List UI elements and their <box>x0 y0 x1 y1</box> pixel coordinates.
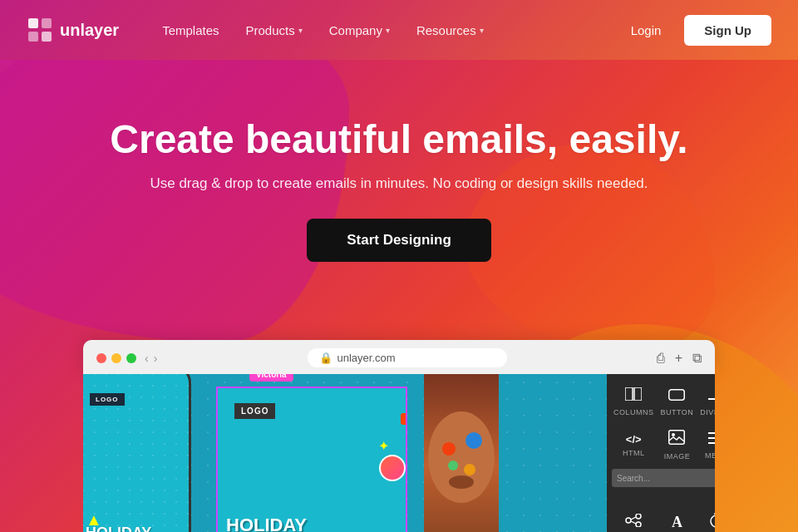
editor-canvas: Victoria William Dev LOGO ✦ Olivia HOLID… <box>83 374 607 532</box>
company-dropdown-arrow: ▾ <box>386 26 390 35</box>
canvas-holiday-text: HOLIDAY <box>226 516 307 532</box>
canvas-logo-element: LOGO <box>234 403 275 419</box>
svg-rect-12 <box>669 390 685 401</box>
html-label: HTML <box>623 449 645 457</box>
divider-label: DIVIDER <box>700 408 715 416</box>
browser-body: Victoria William Dev LOGO ✦ Olivia HOLID… <box>83 374 715 532</box>
columns-label: COLUMNS <box>613 408 654 416</box>
panel-item-timer[interactable]: TIMER <box>697 506 715 532</box>
login-button[interactable]: Login <box>621 17 672 44</box>
panel-item-divider[interactable]: DIVIDER <box>697 381 715 423</box>
star-decoration: ✦ <box>378 438 389 454</box>
avatar-decoration <box>379 455 406 481</box>
svg-point-21 <box>636 522 641 527</box>
search-placeholder: Search... <box>617 474 715 483</box>
image-label: IMAGE <box>664 452 691 461</box>
svg-rect-14 <box>669 431 685 445</box>
menu-label: MENU <box>705 451 715 460</box>
lock-icon: 🔒 <box>319 352 332 364</box>
social-icon <box>625 514 642 531</box>
nav-templates[interactable]: Templates <box>152 17 229 44</box>
browser-nav-arrows: ‹ › <box>145 352 157 365</box>
nav-company[interactable]: Company ▾ <box>319 17 400 44</box>
svg-point-6 <box>466 432 482 449</box>
logo-icon <box>27 17 53 43</box>
image-icon <box>668 430 685 449</box>
address-text: unlayer.com <box>337 352 396 364</box>
browser-address-bar[interactable]: 🔒 unlayer.com <box>308 348 507 367</box>
browser-traffic-lights <box>96 353 136 363</box>
collaborator-badge-dev: Dev <box>401 413 407 425</box>
html-icon: </> <box>626 433 642 446</box>
collaborator-badge-victoria: Victoria <box>249 374 293 382</box>
svg-point-9 <box>449 475 474 489</box>
resources-dropdown-arrow: ▾ <box>480 26 484 35</box>
columns-icon <box>625 387 642 405</box>
svg-rect-0 <box>28 18 38 28</box>
start-designing-button[interactable]: Start Designing <box>307 219 491 262</box>
products-dropdown-arrow: ▾ <box>298 26 303 35</box>
logo-text: unlayer <box>60 21 119 40</box>
phone-holiday-text: HOLIDAYDEALS <box>86 525 151 532</box>
back-arrow-icon[interactable]: ‹ <box>145 352 149 365</box>
browser-chrome: ‹ › 🔒 unlayer.com ⎙ + ⧉ <box>83 340 715 374</box>
svg-point-8 <box>464 464 475 475</box>
svg-point-4 <box>428 411 495 503</box>
panel-item-button[interactable]: BUTTON <box>658 381 697 423</box>
maximize-button-dot <box>126 353 136 363</box>
svg-point-20 <box>636 514 641 519</box>
svg-point-5 <box>442 442 456 456</box>
browser-tools: ⎙ + ⧉ <box>657 351 702 366</box>
panel-search-bar[interactable]: Search... ✕ <box>612 469 715 487</box>
forward-arrow-icon[interactable]: › <box>154 352 158 365</box>
panel-item-columns[interactable]: COLUMNS <box>610 381 658 423</box>
phone-mockup: LOGO ▲ HOLIDAYDEALS <box>83 374 191 532</box>
hero-section: Create beautiful emails, easily. Use dra… <box>0 60 798 532</box>
svg-rect-3 <box>42 32 52 42</box>
svg-rect-11 <box>634 387 642 401</box>
nav-products[interactable]: Products ▾ <box>236 17 313 44</box>
button-label: BUTTON <box>661 408 694 416</box>
email-design-canvas: Dev LOGO ✦ Olivia HOLIDAY <box>216 387 407 532</box>
svg-point-24 <box>711 515 715 527</box>
signup-button[interactable]: Sign Up <box>684 15 771 46</box>
panel-item-menu[interactable]: MENU <box>697 423 715 467</box>
browser-mockup: ‹ › 🔒 unlayer.com ⎙ + ⧉ Victoria William <box>83 340 715 532</box>
editor-right-panel: COLUMNS BUTTON DIV <box>607 374 715 532</box>
share-icon[interactable]: ⎙ <box>657 351 665 366</box>
divider-icon <box>708 387 715 405</box>
button-icon <box>668 387 685 405</box>
nav-actions: Login Sign Up <box>621 15 771 46</box>
panel-item-text[interactable]: A TEXT <box>658 506 697 532</box>
svg-rect-10 <box>625 387 633 401</box>
hero-subtitle: Use drag & drop to create emails in minu… <box>150 175 648 192</box>
svg-point-19 <box>626 518 631 523</box>
timer-icon <box>709 513 715 532</box>
phone-screen: LOGO ▲ HOLIDAYDEALS <box>83 374 189 532</box>
hero-title: Create beautiful emails, easily. <box>110 118 687 162</box>
svg-line-22 <box>631 517 636 520</box>
panel-item-social[interactable]: SOCIAL <box>610 506 658 532</box>
person-portrait <box>424 374 499 532</box>
logo[interactable]: unlayer <box>27 17 119 43</box>
panel-item-html[interactable]: </> HTML <box>610 423 658 467</box>
hero-content: Create beautiful emails, easily. Use dra… <box>0 60 798 262</box>
minimize-button-dot <box>111 353 121 363</box>
text-icon: A <box>672 514 682 531</box>
phone-logo-element: LOGO <box>90 393 125 406</box>
svg-point-15 <box>672 433 675 436</box>
close-button-dot <box>96 353 106 363</box>
menu-icon <box>708 431 715 448</box>
add-tab-icon[interactable]: + <box>675 351 682 366</box>
svg-rect-1 <box>42 18 52 28</box>
svg-line-23 <box>631 521 636 524</box>
svg-point-7 <box>448 461 458 470</box>
copy-icon[interactable]: ⧉ <box>692 351 702 366</box>
nav-links: Templates Products ▾ Company ▾ Resources… <box>152 17 620 44</box>
panel-item-image[interactable]: IMAGE <box>658 423 697 467</box>
svg-rect-2 <box>28 32 38 42</box>
nav-resources[interactable]: Resources ▾ <box>406 17 494 44</box>
